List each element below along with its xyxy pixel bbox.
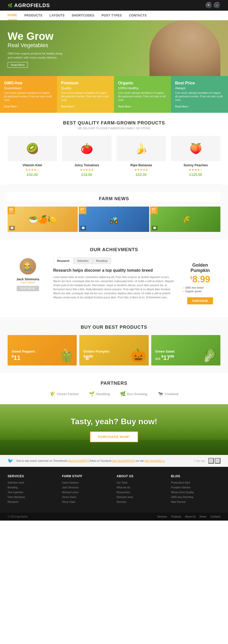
footer-staff-3[interactable]: Michael Linton [62, 491, 111, 494]
feature-best-price-title: Best PriceAlways [175, 81, 224, 90]
footer-about-5[interactable]: Services [117, 500, 166, 504]
footer-nav-services[interactable]: Services [157, 515, 167, 518]
footer-staff-5[interactable]: Steve Clark [62, 500, 111, 504]
nav-post-types[interactable]: POST TYPES [102, 11, 122, 20]
footer-nav: Services Products About Us Home Contacts [157, 515, 220, 518]
feature-organic-link[interactable]: Read More › [118, 105, 132, 108]
footer-blog-title: BLOG [171, 474, 220, 478]
footer-nav-products[interactable]: Products [171, 515, 181, 518]
search-button[interactable]: 🔍 [206, 2, 212, 9]
twitter-bar: 🐦 How to stay tuned: subscribe on Themef… [0, 455, 228, 467]
footer-service-4[interactable]: Farm Machines [8, 495, 57, 499]
products-subtitle: WE DELIVER TO EVERY AMERICAN FAMILY OR S… [8, 127, 220, 130]
nav-contacts[interactable]: CONTACTS [129, 11, 147, 20]
partner-cowland: 🐄 Cowland [158, 391, 178, 397]
product-bananas-image: 🍌 [117, 136, 166, 161]
tabs-content: Research Selection Breeding Research hel… [53, 257, 175, 300]
product-tomatoes-name: Juicy Tomatoes [62, 163, 111, 167]
footer-nav-home[interactable]: Home [200, 515, 206, 518]
partners-section: PARTNERS 🌾 Clever Farmer 🌱 Seedling 🌿 Ec… [0, 373, 228, 404]
feature-best-price-link[interactable]: Read More › [175, 105, 189, 108]
twitter-navigation: ‹ › [208, 458, 220, 464]
main-nav: HOME PRODUCTS LAYOUTS SHORTCODES POST TY… [0, 11, 228, 20]
footer-blog-2[interactable]: Pumpkin Harvest [171, 486, 220, 489]
tab-selection[interactable]: Selection [73, 257, 92, 264]
feature-gmo-free-link[interactable]: Read More › [4, 105, 18, 108]
twitter-prev-button[interactable]: ‹ [208, 458, 214, 464]
buy-sweet-peppers[interactable]: Sweet Peppers $11 🫑 [8, 335, 77, 365]
salad-emoji: 🥬 [202, 348, 218, 363]
read-more-button[interactable]: READ MORE [17, 286, 39, 291]
twitter-text: How to stay tuned: subscribe on Themefor… [16, 459, 191, 463]
footer-grid: SERVICES Selection work Breeding Test ex… [8, 474, 220, 505]
news-field-icon: 💬 [152, 226, 158, 230]
hero-cta-button[interactable]: Read More [8, 62, 28, 68]
footer-service-1[interactable]: Selection work [8, 481, 57, 485]
product-kiwi-image: 🥝 [8, 136, 57, 161]
nav-shortcodes[interactable]: SHORTCODES [72, 11, 94, 20]
product-tomatoes-stars: ★★★★★ [62, 168, 111, 172]
news-field-date: 07NOV [150, 207, 158, 214]
person-role: Farm Owner [8, 281, 48, 284]
product-peaches-price: £125.00 [171, 173, 220, 177]
product-bananas-stars: ★★★★★ [117, 168, 166, 172]
news-section: FARM NEWS 🥗🍊🍋 06NOV 💬 🚜 07NOV 💬 🌾 07NOV … [0, 185, 228, 240]
footer-service-3[interactable]: Test expertise [8, 491, 57, 494]
product-kiwi: 🥝 Vitamin Kiwi ★★★★☆ £32.00 [8, 136, 57, 177]
footer-about-3[interactable]: Researches [117, 491, 166, 494]
buy-green-salad[interactable]: Green Salad $15$1799 🥬 [151, 335, 220, 365]
news-food-icon: 💬 [9, 226, 15, 230]
feature-premium-link[interactable]: Read More › [61, 105, 75, 108]
twitter-time: 1 day ago [194, 459, 205, 462]
cta-title: Tasty, yeah? Buy now! [8, 417, 220, 426]
cowland-icon: 🐄 [158, 391, 163, 397]
product-bananas-name: Ripe Bananas [117, 163, 166, 167]
product-peaches-name: Sunny Peaches [171, 163, 220, 167]
eco-growing-icon: 🌿 [120, 391, 126, 397]
cta-purchase-button[interactable]: PURCHASE NOW! [90, 431, 138, 442]
pumpkin-feature-1: GMO-free breed [182, 286, 218, 289]
header-icons: 🔍 🛒 [206, 2, 220, 9]
footer-staff-4[interactable]: Simon Davis [62, 495, 111, 499]
achieve-content-text: Lorem ipsum dolor sit amet, consectetur … [53, 275, 175, 300]
cart-button[interactable]: 🛒 [214, 2, 220, 9]
cowland-label: Cowland [165, 392, 178, 396]
footer-blog-4[interactable]: GMO-less Breeding [171, 495, 220, 499]
footer-blog-1[interactable]: Phyticulture feed [171, 481, 220, 485]
footer-blog-3[interactable]: Wheat Grow Quality [171, 491, 220, 494]
pumpkin-buy-emoji: 🎃 [130, 348, 146, 363]
footer-nav-about[interactable]: About Us [185, 515, 196, 518]
footer-about-1[interactable]: Our Team [117, 481, 166, 485]
tab-breeding[interactable]: Breeding [92, 257, 111, 264]
news-farm-icon: 💬 [80, 226, 86, 230]
twitter-link-1[interactable]: http://cc.fm/kRPFS [68, 459, 89, 462]
feature-premium-text: Cum sociis natoque penatibus et magnis d… [61, 91, 110, 102]
twitter-link-3[interactable]: http://agrofields.ru [145, 459, 165, 462]
product-kiwi-name: Vitamin Kiwi [8, 163, 57, 167]
nav-home[interactable]: HOME [8, 11, 17, 20]
tab-research[interactable]: Research [53, 257, 73, 264]
footer-service-2[interactable]: Breeding [8, 486, 57, 489]
news-card-food[interactable]: 🥗🍊🍋 06NOV 💬 [8, 207, 78, 232]
nav-layouts[interactable]: LAYOUTS [49, 11, 65, 20]
twitter-icon: 🐦 [8, 458, 13, 464]
footer-copyright: © 2016 Agrofields [8, 515, 28, 518]
clever-farmer-icon: 🌾 [50, 391, 55, 397]
news-card-field[interactable]: 🌾 07NOV 💬 [150, 207, 220, 232]
footer-services-title: SERVICES [8, 474, 57, 478]
news-food-date: 06NOV [8, 207, 15, 214]
twitter-link-2[interactable]: http://ao.fm/kRFkGd [112, 459, 135, 462]
buy-golden-pumpkin[interactable]: Golden Pumpkin $899 🎃 [79, 335, 148, 365]
news-card-farm[interactable]: 🚜 07NOV 💬 [79, 207, 149, 232]
footer-about-2[interactable]: What we do [117, 486, 166, 489]
purchase-button[interactable]: PURCHASE [187, 297, 213, 304]
nav-products[interactable]: PRODUCTS [24, 11, 42, 20]
footer-blog-5[interactable]: New Harvest [171, 500, 220, 504]
footer-staff-1[interactable]: Karen Davison [62, 481, 111, 485]
footer-service-5[interactable]: Research [8, 500, 57, 504]
footer-about-title: ABOUT US [117, 474, 166, 478]
footer-nav-contacts[interactable]: Contacts [211, 515, 220, 518]
footer-about-4[interactable]: Selection work [117, 495, 166, 499]
twitter-next-button[interactable]: › [215, 458, 220, 464]
footer-staff-2[interactable]: Jack Simmons [62, 486, 111, 489]
